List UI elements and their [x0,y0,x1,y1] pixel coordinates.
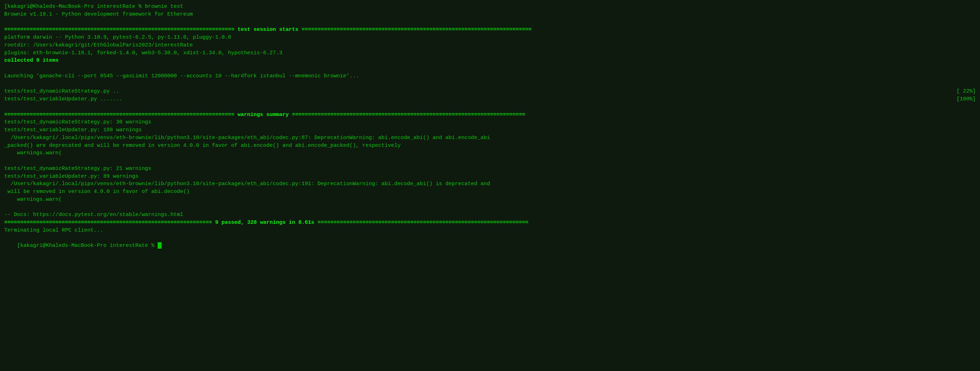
line-plugins: plugins: eth-brownie-1.19.1, forked-1.4.… [4,49,976,57]
line-warn-9: will be removed in version 4.0.0 in favo… [4,188,976,196]
blank-line-1 [4,65,976,72]
line-terminating: Terminating local RPC client... [4,227,976,235]
separator-passed: ========================================… [4,219,976,227]
line-warn-6: tests/test_dynamicRateStrategy.py: 21 wa… [4,165,976,173]
terminal-window: [kakagri@Khaleds-MacBook-Pro interestRat… [4,3,976,257]
line-prompt: [kakagri@Khaleds-MacBook-Pro interestRat… [4,235,976,257]
line-warn-3: /Users/kakagri/.local/pipx/venvs/eth-bro… [4,134,976,142]
line-collected: collected 9 items [4,57,976,65]
line-3 [4,19,976,26]
blank-line-3 [4,103,976,111]
separator-test-session: ========================================… [4,26,976,34]
line-warn-7: tests/test_variableUpdater.py: 89 warnin… [4,173,976,181]
line-warn-4: _packed() are deprecated and will be rem… [4,142,976,150]
line-1: [kakagri@Khaleds-MacBook-Pro interestRat… [4,3,976,11]
line-rootdir: rootdir: /Users/kakagri/git/EthGlobalPar… [4,41,976,49]
test-line-1: tests/test_dynamicRateStrategy.py .. [ 2… [4,87,976,95]
line-warn-5: warnings.warn( [4,149,976,157]
line-docs: -- Docs: https://docs.pytest.org/en/stab… [4,211,976,219]
cursor-block [158,242,162,249]
line-warn-1: tests/test_dynamicRateStrategy.py: 30 wa… [4,119,976,126]
test-line-2: tests/test_variableUpdater.py ....... [1… [4,95,976,103]
separator-warnings: ========================================… [4,111,976,119]
line-launching: Launching 'ganache-cli --port 8545 --gas… [4,72,976,80]
line-warn-8: /Users/kakagri/.local/pipx/venvs/eth-bro… [4,180,976,188]
line-warn-10: warnings.warn( [4,196,976,204]
prompt-text: [kakagri@Khaleds-MacBook-Pro interestRat… [17,243,158,249]
line-2: Brownie v1.19.1 - Python development fra… [4,11,976,19]
test-line-1-right: [ 22%] [956,87,976,95]
line-platform: platform darwin -- Python 3.10.9, pytest… [4,34,976,41]
line-warn-2: tests/test_variableUpdater.py: 188 warni… [4,126,976,134]
blank-line-2 [4,80,976,88]
blank-line-5 [4,204,976,211]
blank-line-4 [4,157,976,165]
test-line-1-left: tests/test_dynamicRateStrategy.py .. [4,87,119,95]
test-line-2-left: tests/test_variableUpdater.py ....... [4,95,123,103]
test-line-2-right: [100%] [956,95,976,103]
